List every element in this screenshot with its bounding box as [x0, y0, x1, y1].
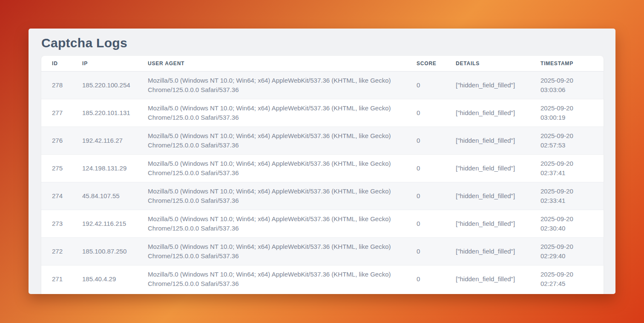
table-row: 276 192.42.116.27 Mozilla/5.0 (Windows N…: [41, 127, 604, 155]
cell-user-agent: Mozilla/5.0 (Windows NT 10.0; Win64; x64…: [137, 127, 406, 155]
cell-timestamp: 2025-09-20 03:00:19: [530, 99, 604, 127]
table-row: 277 185.220.101.131 Mozilla/5.0 (Windows…: [41, 99, 604, 127]
cell-timestamp: 2025-09-20 02:37:41: [530, 155, 604, 182]
column-header-id: ID: [41, 56, 72, 72]
column-header-timestamp: TIMESTAMP: [530, 56, 604, 72]
cell-details: ["hidden_field_filled"]: [445, 210, 530, 238]
table-row: 272 185.100.87.250 Mozilla/5.0 (Windows …: [41, 238, 604, 265]
cell-score: 0: [406, 238, 445, 265]
cell-ip: 185.100.87.250: [72, 238, 137, 265]
table-row: 274 45.84.107.55 Mozilla/5.0 (Windows NT…: [41, 182, 604, 210]
column-header-details: DETAILS: [445, 56, 530, 72]
column-header-user-agent: USER AGENT: [137, 56, 406, 72]
cell-id: 274: [41, 182, 72, 210]
table-row: 278 185.220.100.254 Mozilla/5.0 (Windows…: [41, 72, 604, 99]
cell-user-agent: Mozilla/5.0 (Windows NT 10.0; Win64; x64…: [137, 182, 406, 210]
page-background: { "page": { "title": "Captcha Logs" }, "…: [0, 0, 644, 323]
cell-user-agent: Mozilla/5.0 (Windows NT 10.0; Win64; x64…: [137, 265, 406, 293]
cell-ip: 192.42.116.215: [72, 210, 137, 238]
cell-details: ["hidden_field_filled"]: [445, 182, 530, 210]
column-header-ip: IP: [72, 56, 137, 72]
cell-score: 0: [406, 210, 445, 238]
cell-id: 278: [41, 72, 72, 99]
cell-ip: 192.42.116.27: [72, 127, 137, 155]
table-row: 275 124.198.131.29 Mozilla/5.0 (Windows …: [41, 155, 604, 182]
cell-ip: 185.220.100.254: [72, 72, 137, 99]
cell-details: ["hidden_field_filled"]: [445, 155, 530, 182]
cell-user-agent: Mozilla/5.0 (Windows NT 10.0; Win64; x64…: [137, 72, 406, 99]
cell-score: 0: [406, 99, 445, 127]
table-header-row: ID IP USER AGENT SCORE DETAILS TIMESTAMP: [41, 56, 604, 72]
captcha-logs-table: ID IP USER AGENT SCORE DETAILS TIMESTAMP…: [41, 56, 604, 293]
cell-timestamp: 2025-09-20 03:03:06: [530, 72, 604, 99]
cell-timestamp: 2025-09-20 02:29:40: [530, 238, 604, 265]
cell-ip: 124.198.131.29: [72, 155, 137, 182]
cell-timestamp: 2025-09-20 02:27:45: [530, 265, 604, 293]
table-row: 271 185.40.4.29 Mozilla/5.0 (Windows NT …: [41, 265, 604, 293]
table-body: 278 185.220.100.254 Mozilla/5.0 (Windows…: [41, 72, 604, 293]
cell-ip: 185.40.4.29: [72, 265, 137, 293]
cell-id: 277: [41, 99, 72, 127]
cell-details: ["hidden_field_filled"]: [445, 72, 530, 99]
cell-user-agent: Mozilla/5.0 (Windows NT 10.0; Win64; x64…: [137, 155, 406, 182]
cell-timestamp: 2025-09-20 02:30:40: [530, 210, 604, 238]
cell-score: 0: [406, 127, 445, 155]
cell-id: 276: [41, 127, 72, 155]
cell-details: ["hidden_field_filled"]: [445, 99, 530, 127]
cell-timestamp: 2025-09-20 02:57:53: [530, 127, 604, 155]
page-title: Captcha Logs: [41, 35, 604, 51]
cell-score: 0: [406, 265, 445, 293]
captcha-logs-table-panel[interactable]: ID IP USER AGENT SCORE DETAILS TIMESTAMP…: [41, 56, 604, 294]
cell-ip: 45.84.107.55: [72, 182, 137, 210]
column-header-score: SCORE: [406, 56, 445, 72]
captcha-logs-card: Captcha Logs ID IP USER AGENT SCORE DETA…: [29, 29, 615, 294]
cell-details: ["hidden_field_filled"]: [445, 127, 530, 155]
cell-user-agent: Mozilla/5.0 (Windows NT 10.0; Win64; x64…: [137, 210, 406, 238]
cell-score: 0: [406, 72, 445, 99]
cell-user-agent: Mozilla/5.0 (Windows NT 10.0; Win64; x64…: [137, 238, 406, 265]
cell-score: 0: [406, 155, 445, 182]
cell-id: 272: [41, 238, 72, 265]
cell-user-agent: Mozilla/5.0 (Windows NT 10.0; Win64; x64…: [137, 99, 406, 127]
cell-score: 0: [406, 182, 445, 210]
cell-details: ["hidden_field_filled"]: [445, 238, 530, 265]
cell-id: 275: [41, 155, 72, 182]
cell-id: 273: [41, 210, 72, 238]
cell-ip: 185.220.101.131: [72, 99, 137, 127]
cell-timestamp: 2025-09-20 02:33:41: [530, 182, 604, 210]
cell-id: 271: [41, 265, 72, 293]
table-row: 273 192.42.116.215 Mozilla/5.0 (Windows …: [41, 210, 604, 238]
cell-details: ["hidden_field_filled"]: [445, 265, 530, 293]
